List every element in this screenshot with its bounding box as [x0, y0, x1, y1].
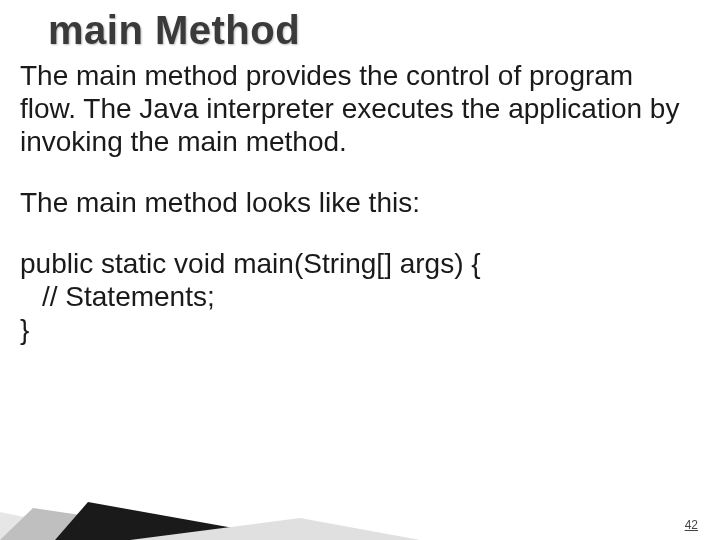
slide-title: main Method [0, 0, 720, 53]
slide: main Method The main method provides the… [0, 0, 720, 540]
code-line-1: public static void main(String[] args) { [20, 247, 692, 280]
paragraph-intro: The main method provides the control of … [20, 59, 692, 158]
paragraph-lead: The main method looks like this: [20, 186, 692, 219]
slide-body: The main method provides the control of … [0, 53, 720, 346]
code-block: public static void main(String[] args) {… [20, 247, 692, 346]
code-line-2: // Statements; [20, 280, 692, 313]
svg-marker-2 [55, 502, 300, 540]
decorative-wedges [0, 480, 420, 540]
page-number: 42 [685, 518, 698, 532]
svg-marker-3 [130, 518, 420, 540]
svg-marker-1 [0, 508, 250, 540]
code-line-3: } [20, 313, 692, 346]
svg-marker-0 [0, 512, 135, 540]
